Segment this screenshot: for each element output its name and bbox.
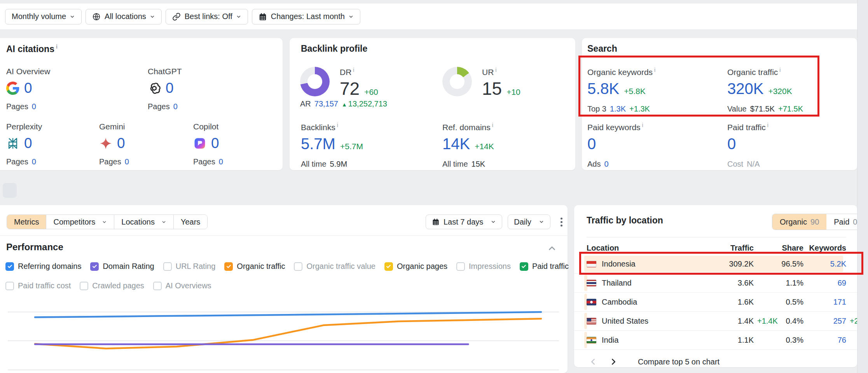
ai-citations-count[interactable]: 0	[117, 135, 125, 152]
organic-keywords-value-link[interactable]: 5.8K	[587, 80, 619, 98]
ai-citations-count[interactable]: 0	[211, 135, 219, 152]
info-icon[interactable]: i	[779, 67, 781, 73]
chevron-down-icon	[150, 14, 155, 19]
search-card: Search Organic keywordsi 5.8K+5.8K Top 3…	[582, 38, 857, 170]
location-row-united-states[interactable]: United States 1.4K+1.4K 0.4% 257+255	[574, 312, 857, 331]
more-options-kebab-icon[interactable]	[556, 214, 568, 229]
metric-checkbox-domain-rating[interactable]: Domain Rating	[90, 262, 154, 271]
vertical-scrollbar[interactable]	[857, 0, 868, 373]
compare-top5-link[interactable]: Compare top 5 on chart	[638, 357, 720, 366]
metric-checkbox-organic-traffic[interactable]: Organic traffic	[224, 262, 285, 271]
toggle-organic[interactable]: Organic 90	[772, 214, 826, 230]
chevron-down-icon	[348, 14, 354, 19]
tab-general[interactable]	[3, 183, 17, 198]
ai-citations-count[interactable]: 0	[166, 80, 174, 96]
ai-citations-title: AI citationsi	[6, 44, 58, 54]
top3-value-link[interactable]: 1.3K	[610, 105, 626, 113]
chatgpt-icon	[148, 82, 161, 95]
checkbox	[90, 262, 99, 271]
location-row-thailand[interactable]: Thailand 3.6K 1.1% 69	[574, 274, 857, 293]
segment-locations[interactable]: Locations	[114, 215, 174, 229]
info-icon[interactable]: i	[767, 122, 768, 128]
keywords-link[interactable]: 5.2K	[830, 260, 846, 268]
filter-all-locations[interactable]: All locations	[86, 9, 162, 24]
location-table-footer: Compare top 5 on chart	[587, 355, 720, 369]
col-share: Share	[754, 244, 803, 253]
keywords-link[interactable]: 171	[833, 298, 846, 306]
metric-checkbox-paid-traffic-cost[interactable]: Paid traffic cost	[5, 281, 71, 290]
pages-count-link[interactable]: 0	[125, 157, 129, 166]
location-row-indonesia[interactable]: Indonesia 309.2K 96.5% 5.2K	[574, 254, 857, 274]
paid-keywords-value-link[interactable]: 0	[587, 135, 596, 153]
location-name: United States	[602, 317, 648, 326]
ur-value: 15	[482, 78, 502, 99]
col-location: Location	[587, 244, 699, 253]
ur-label: UR	[482, 68, 494, 77]
metric-checkbox-organic-pages[interactable]: Organic pages	[384, 262, 447, 271]
backlinks-value-link[interactable]: 5.7M	[301, 135, 335, 153]
ai-citations-count[interactable]: 0	[24, 135, 32, 152]
col-traffic: Traffic	[699, 244, 754, 253]
metric-checkbox-organic-traffic-value[interactable]: Organic traffic value	[294, 262, 375, 271]
calendar-icon	[258, 12, 267, 21]
checkbox	[520, 262, 528, 271]
dr-donut-chart	[300, 67, 330, 96]
metric-checkbox-paid-traffic[interactable]: Paid traffic	[520, 262, 569, 271]
filter-changes-last-month[interactable]: Changes: Last month	[252, 9, 360, 24]
traffic-cell: 1.1K	[699, 336, 754, 345]
metric-checkbox-crawled-pages[interactable]: Crawled pages	[80, 281, 144, 290]
pages-count-link[interactable]: 0	[32, 102, 36, 111]
ai-citations-count[interactable]: 0	[24, 80, 32, 96]
segment-competitors[interactable]: Competitors	[46, 215, 114, 229]
keywords-link[interactable]: 69	[838, 279, 846, 287]
info-icon[interactable]: i	[353, 67, 354, 73]
keywords-cell: 171	[803, 298, 846, 307]
check-icon	[7, 263, 13, 269]
collapse-section-button[interactable]	[546, 242, 558, 255]
metric-checkbox-url-rating[interactable]: URL Rating	[163, 262, 216, 271]
previous-page-button[interactable]	[587, 355, 600, 368]
granularity-button[interactable]: Daily	[508, 214, 550, 229]
segment-metrics[interactable]: Metrics	[7, 215, 46, 229]
keywords-link[interactable]: 76	[838, 336, 846, 344]
keywords-link[interactable]: 257	[833, 317, 846, 325]
organic-traffic-value-link[interactable]: 320K	[727, 80, 763, 98]
google-icon	[6, 82, 19, 95]
gemini-icon	[99, 137, 112, 150]
chart-mode-segments: Metrics Competitors Locations Years	[7, 214, 208, 229]
location-row-cambodia[interactable]: Cambodia 1.6K 0.5% 171	[574, 293, 857, 312]
metric-checkbox-impressions[interactable]: Impressions	[456, 262, 511, 271]
pages-count-link[interactable]: 0	[173, 102, 178, 111]
next-page-button[interactable]	[607, 355, 620, 368]
ads-value-link[interactable]: 0	[604, 160, 608, 169]
info-icon[interactable]: i	[337, 122, 338, 128]
ar-value-link[interactable]: 73,157	[314, 99, 338, 108]
filter-monthly-volume[interactable]: Monthly volume	[5, 9, 82, 24]
filter-best-links-off[interactable]: Best links: Off	[166, 9, 248, 24]
ai-engine-name: AI Overview	[6, 67, 96, 76]
pages-count-link[interactable]: 0	[219, 157, 223, 166]
domain-rating-block: DRi 72+60	[300, 67, 378, 99]
ref-domains-value-link[interactable]: 14K	[442, 135, 470, 153]
metric-checkbox-ai-overviews[interactable]: AI Overviews	[153, 281, 211, 290]
performance-title: Performance	[6, 242, 63, 253]
info-icon[interactable]: i	[642, 122, 643, 128]
share-cell: 0.5%	[754, 298, 803, 307]
checkbox	[5, 282, 14, 290]
pages-count-link[interactable]: 0	[32, 157, 36, 166]
paid-traffic-value-link[interactable]: 0	[727, 135, 736, 153]
flag-indonesia-icon	[587, 261, 596, 267]
info-icon[interactable]: i	[654, 67, 655, 73]
chevron-left-icon	[589, 357, 597, 366]
info-icon[interactable]: i	[495, 67, 496, 73]
share-cell: 0.3%	[754, 336, 803, 345]
info-icon[interactable]: i	[492, 122, 493, 128]
dr-label: DR	[340, 68, 351, 77]
info-icon[interactable]: i	[56, 44, 58, 50]
checkbox	[80, 282, 88, 290]
segment-years[interactable]: Years	[174, 215, 207, 229]
location-row-india[interactable]: India 1.1K 0.3% 76	[574, 331, 857, 350]
metric-checkbox-referring-domains[interactable]: Referring domains	[5, 262, 81, 271]
date-range-button[interactable]: Last 7 days	[426, 214, 502, 229]
toggle-count-badge: 0	[853, 218, 857, 227]
